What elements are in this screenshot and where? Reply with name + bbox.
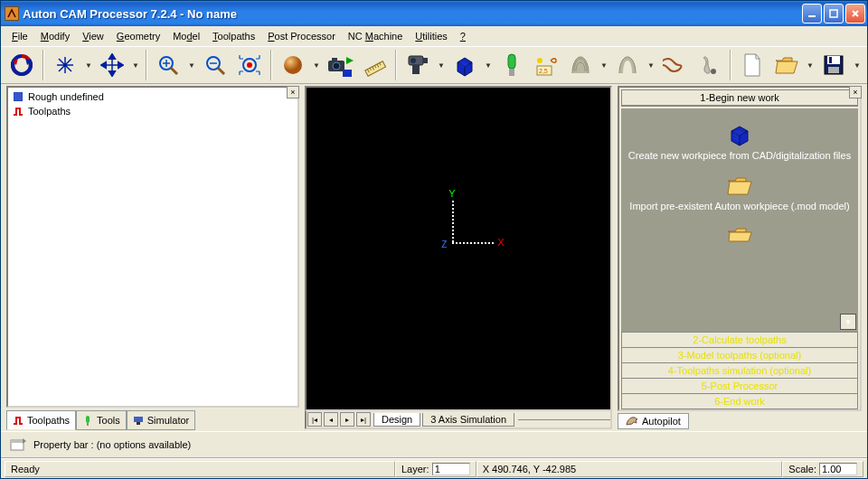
scale-input[interactable] xyxy=(819,463,857,475)
menu-toolpaths[interactable]: Toolpaths xyxy=(207,29,260,43)
wizard-step2[interactable]: 2-Calculate toolpaths xyxy=(621,332,858,348)
wizard-steps: 2-Calculate toolpaths 3-Model toolpaths … xyxy=(621,332,858,409)
refresh-button[interactable] xyxy=(6,50,37,80)
zoom-in-dropdown[interactable]: ▼ xyxy=(187,61,196,70)
zoom-fit-button[interactable] xyxy=(234,50,265,80)
save-button[interactable] xyxy=(818,50,849,80)
tab-simulator[interactable]: Simulator xyxy=(127,410,195,430)
menubar: File Modify View Geometry Model Toolpath… xyxy=(1,26,867,46)
measure-button[interactable] xyxy=(359,50,390,80)
menu-view[interactable]: View xyxy=(77,29,109,43)
tab-tools[interactable]: Tools xyxy=(76,410,127,430)
maximize-button[interactable] xyxy=(824,4,844,23)
tree-item-rough[interactable]: Rough undefined xyxy=(10,89,296,104)
svg-point-31 xyxy=(537,58,542,63)
menu-geometry[interactable]: Geometry xyxy=(111,29,165,43)
shade-dropdown[interactable]: ▼ xyxy=(312,61,321,70)
wizard-body: Create new workpiece from CAD/digitaliza… xyxy=(621,108,858,332)
tab-autopilot[interactable]: Autopilot xyxy=(618,413,689,429)
pan-free-dropdown[interactable]: ▼ xyxy=(84,61,93,70)
main-window: Auton CAM Processor 7.2.4 - No name File… xyxy=(0,0,868,479)
machine-dropdown[interactable]: ▼ xyxy=(437,61,446,70)
svg-point-15 xyxy=(333,62,340,70)
wizard-new-workpiece[interactable]: Create new workpiece from CAD/digitaliza… xyxy=(623,123,856,161)
menu-modify[interactable]: Modify xyxy=(35,29,75,43)
window-title: Auton CAM Processor 7.2.4 - No name xyxy=(23,7,802,21)
menu-help[interactable]: ? xyxy=(455,29,471,43)
menu-utilities[interactable]: Utilities xyxy=(410,29,452,43)
wizard-step5[interactable]: 5-Post Processor xyxy=(621,379,858,394)
menu-postprocessor[interactable]: Post Processor xyxy=(262,29,341,43)
tool-button[interactable] xyxy=(496,50,527,80)
stock-button[interactable] xyxy=(449,50,480,80)
right-panel-close-button[interactable]: × xyxy=(849,86,862,99)
wizard-import-workpiece[interactable]: Import pre-existent Auton workpiece (.mo… xyxy=(624,174,854,211)
svg-rect-38 xyxy=(86,416,90,423)
feeds-button[interactable]: 2,5 xyxy=(531,50,561,80)
menu-file[interactable]: File xyxy=(6,29,33,43)
wizard-item-partial[interactable] xyxy=(721,224,759,248)
vp-next-button[interactable]: ▸ xyxy=(340,412,354,427)
vp-first-button[interactable]: |◂ xyxy=(307,412,322,427)
svg-marker-17 xyxy=(346,57,354,64)
pan-ortho-dropdown[interactable]: ▼ xyxy=(131,61,140,70)
minimize-button[interactable] xyxy=(802,4,822,23)
axis-z-label: Z xyxy=(441,240,447,249)
tree-view[interactable]: Rough undefined Toolpaths xyxy=(6,86,299,408)
wizard: 1-Begin new work Create new workpiece fr… xyxy=(618,86,862,411)
titlebar[interactable]: Auton CAM Processor 7.2.4 - No name xyxy=(1,1,867,26)
rough-icon xyxy=(12,90,24,103)
pan-free-button[interactable] xyxy=(50,50,80,80)
snapshot-button[interactable] xyxy=(325,50,355,80)
stock-dropdown[interactable]: ▼ xyxy=(484,61,493,70)
pan-ortho-button[interactable] xyxy=(97,50,127,80)
wizard-label: Create new workpiece from CAD/digitaliza… xyxy=(628,150,851,161)
layer-input[interactable] xyxy=(432,463,470,475)
tab-toolpaths[interactable]: Toolpaths xyxy=(6,410,76,430)
center-panel: X Y Z |◂ ◂ ▸ ▸| Design 3 Axis Simulation xyxy=(305,86,612,429)
close-button[interactable] xyxy=(845,4,865,23)
wizard-step6[interactable]: 6-End work xyxy=(621,394,858,409)
open-folder-icon xyxy=(726,174,753,197)
svg-text:2,5: 2,5 xyxy=(539,68,548,74)
svg-rect-18 xyxy=(343,70,352,77)
save-dropdown[interactable]: ▼ xyxy=(853,61,862,70)
property-icon xyxy=(10,437,26,452)
simulator-tab-icon xyxy=(133,415,144,426)
zoom-out-button[interactable] xyxy=(200,50,231,80)
new-button[interactable] xyxy=(737,50,768,80)
vp-last-button[interactable]: ▸| xyxy=(356,412,371,427)
zoom-in-button[interactable] xyxy=(153,50,184,80)
menu-ncmachine[interactable]: NC Machine xyxy=(343,29,409,43)
menu-model[interactable]: Model xyxy=(167,29,205,43)
rough-dropdown[interactable]: ▼ xyxy=(599,61,609,70)
open-folder-icon xyxy=(726,224,753,248)
vp-tab-sim[interactable]: 3 Axis Simulation xyxy=(422,413,514,427)
shade-button[interactable] xyxy=(278,50,308,80)
status-layer: Layer: xyxy=(395,461,476,477)
wizard-scroll-down-button[interactable]: ▼ xyxy=(840,314,856,330)
viewport[interactable]: X Y Z xyxy=(305,86,612,411)
machine-button[interactable] xyxy=(402,50,433,80)
tree-item-toolpaths[interactable]: Toolpaths xyxy=(10,104,296,118)
left-panel-close-button[interactable]: × xyxy=(287,86,299,99)
rough-toolpath-button[interactable] xyxy=(565,50,596,80)
wizard-step4[interactable]: 4-Toolpaths simulation (optional) xyxy=(621,363,858,379)
toolpaths-icon xyxy=(12,105,24,117)
left-tabs: Toolpaths Tools Simulator xyxy=(6,409,299,429)
vp-tab-design[interactable]: Design xyxy=(373,413,420,427)
open-button[interactable] xyxy=(771,50,802,80)
finish-dropdown[interactable]: ▼ xyxy=(646,61,656,70)
wizard-step3[interactable]: 3-Model toolpaths (optional) xyxy=(621,348,858,363)
open-dropdown[interactable]: ▼ xyxy=(806,61,815,70)
svg-rect-39 xyxy=(87,423,89,426)
vp-prev-button[interactable]: ◂ xyxy=(324,412,338,427)
finish-toolpath-button[interactable] xyxy=(612,50,643,80)
axis-x-label: X xyxy=(497,237,504,248)
property-text: Property bar : (no options available) xyxy=(33,439,191,450)
wizard-step1-header[interactable]: 1-Begin new work xyxy=(621,89,858,107)
status-scale: Scale: xyxy=(782,461,863,477)
contour-button[interactable] xyxy=(659,50,690,80)
drill-button[interactable] xyxy=(693,50,724,80)
svg-marker-6 xyxy=(109,71,115,76)
